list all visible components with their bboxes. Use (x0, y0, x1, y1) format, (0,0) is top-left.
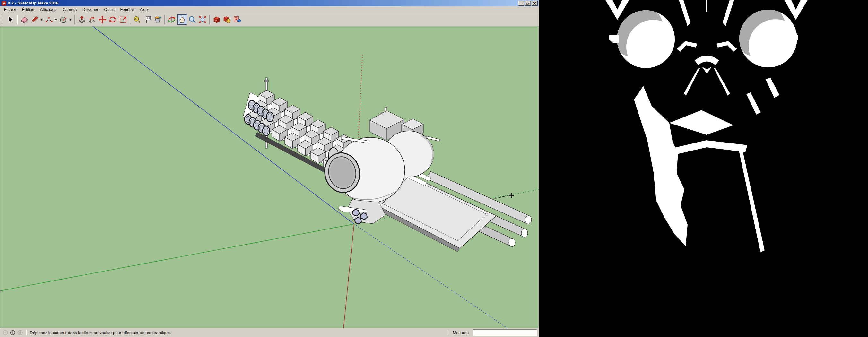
toolbar-separator (164, 15, 165, 24)
zoom-icon (188, 16, 196, 24)
line-tool-dropdown[interactable] (40, 14, 43, 25)
desktop-wallpaper-art (539, 0, 868, 337)
title-bar[interactable]: if 2 - SketchUp Make 2016 (0, 0, 539, 6)
move-tool-button[interactable] (98, 14, 107, 25)
circle-tool-button[interactable] (59, 14, 68, 25)
status-bar: Déplacez le curseur dans la direction vo… (0, 328, 539, 337)
menu-item-camera[interactable]: Caméra (60, 7, 80, 12)
extension-warehouse-button[interactable] (222, 14, 232, 25)
credits-info-icon[interactable] (10, 330, 16, 335)
drawing-axes (0, 26, 539, 328)
rotate-icon (108, 16, 117, 24)
line-tool-button[interactable] (30, 14, 39, 25)
extension-warehouse-icon (223, 16, 231, 24)
minimize-button[interactable] (518, 1, 524, 6)
3d-warehouse-icon (213, 16, 221, 24)
follow-me-tool-button[interactable] (87, 14, 97, 25)
toolbar-separator (17, 15, 18, 24)
pencil-icon (31, 16, 39, 24)
menu-item-affichage[interactable]: Affichage (37, 7, 60, 12)
user-icon[interactable] (17, 330, 23, 335)
menu-item-outils[interactable]: Outils (101, 7, 117, 12)
menu-bar: Fichier Édition Affichage Caméra Dessine… (0, 6, 539, 13)
circle-tool-dropdown[interactable] (69, 14, 72, 25)
select-cursor-icon (6, 16, 14, 24)
scale-tool-button[interactable] (118, 14, 128, 25)
model-viewport[interactable] (0, 26, 539, 328)
inference-marker (495, 193, 514, 198)
center-hairline (706, 0, 707, 12)
face-artwork (539, 0, 868, 337)
orbit-icon (167, 16, 176, 24)
app-window: if 2 - SketchUp Make 2016 Fichier Éditio… (0, 0, 539, 337)
statusbar-separator (26, 330, 27, 335)
3d-warehouse-button[interactable] (212, 14, 221, 25)
toolbar-separator (74, 15, 75, 24)
toolbar-grip[interactable] (1, 14, 3, 25)
zoom-extents-icon (198, 16, 207, 24)
scale-icon (119, 16, 127, 24)
menu-item-fenetre[interactable]: Fenêtre (117, 7, 137, 12)
text-tool-button[interactable]: A1 (143, 14, 152, 25)
follow-me-icon (88, 16, 96, 24)
share-model-icon (233, 16, 241, 24)
svg-text:A1: A1 (147, 17, 150, 20)
arc-tool-dropdown[interactable] (54, 14, 58, 25)
measurements-label: Mesures (453, 330, 469, 335)
eraser-tool-button[interactable] (20, 14, 29, 25)
zoom-extents-tool-button[interactable] (198, 14, 207, 25)
arc-tool-button[interactable] (44, 14, 54, 25)
eraser-icon (20, 16, 29, 24)
pan-tool-button[interactable] (177, 14, 187, 25)
geolocation-icon[interactable] (3, 330, 8, 335)
paint-bucket-icon (153, 16, 162, 24)
select-tool-button[interactable] (5, 14, 15, 25)
chevron-down-icon (69, 19, 72, 21)
measurements-input[interactable] (472, 329, 537, 336)
toolbar-separator (209, 15, 210, 24)
close-button[interactable] (532, 1, 538, 6)
push-pull-icon (78, 16, 86, 24)
menu-item-edition[interactable]: Édition (19, 7, 37, 12)
chevron-down-icon (55, 19, 58, 21)
orbit-tool-button[interactable] (167, 14, 177, 25)
tape-measure-tool-button[interactable] (132, 14, 142, 25)
zoom-tool-button[interactable] (187, 14, 197, 25)
statusbar-separator (449, 330, 450, 335)
arc-icon (45, 16, 53, 24)
scene-canvas (0, 26, 539, 328)
rotate-tool-button[interactable] (108, 14, 118, 25)
toolbar-separator (130, 15, 130, 24)
paint-bucket-tool-button[interactable] (153, 14, 162, 25)
menu-item-aide[interactable]: Aide (137, 7, 151, 12)
text-icon: A1 (143, 16, 152, 24)
status-message: Déplacez le curseur dans la direction vo… (30, 330, 445, 335)
circle-icon (59, 16, 68, 24)
model-spaceship (243, 78, 532, 252)
window-title: if 2 - SketchUp Make 2016 (8, 1, 518, 5)
sketchup-logo-icon (2, 1, 6, 6)
pan-hand-icon (178, 16, 186, 24)
chevron-down-icon (40, 19, 43, 21)
tape-measure-icon (133, 16, 141, 24)
move-icon (98, 16, 106, 24)
menu-item-fichier[interactable]: Fichier (1, 7, 19, 12)
tool-bar: A1 (0, 13, 539, 26)
restore-button[interactable] (525, 1, 531, 6)
menu-item-dessiner[interactable]: Dessiner (80, 7, 101, 12)
share-model-button[interactable] (232, 14, 242, 25)
push-pull-tool-button[interactable] (77, 14, 87, 25)
